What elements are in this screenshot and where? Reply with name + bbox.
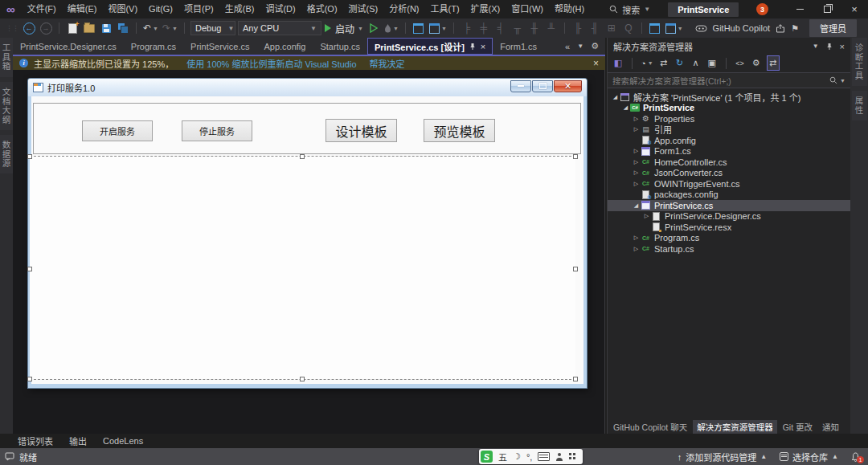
scroll-tabs-icon[interactable]: « [565,42,570,51]
menu-item[interactable]: 文件(F) [22,0,62,18]
tree-item[interactable]: PrintService.resx [608,222,850,233]
properties-pages-icon[interactable]: ▣ [706,56,718,70]
resize-handle[interactable] [300,154,305,159]
close-panel-icon[interactable]: × [840,42,845,51]
expander-icon[interactable] [632,159,641,165]
expander-icon[interactable] [632,126,641,133]
navigate-forward-icon[interactable]: → [39,21,53,35]
tree-item[interactable]: Program.cs [608,233,850,244]
properties-wrench-icon[interactable]: ⚙ [751,56,762,70]
notifications-bell-button[interactable]: 1 [851,452,860,462]
search-box[interactable]: 搜索 ▼ [609,3,650,16]
menu-item[interactable]: 测试(S) [343,0,384,18]
bring-to-front-icon[interactable] [648,21,662,35]
copilot-icon[interactable] [695,23,707,33]
solution-platforms-dropdown[interactable]: Any CPU▼ [238,21,321,35]
document-tab[interactable]: App.config × [256,38,313,55]
save-icon[interactable] [99,21,113,35]
forms-designer-canvas[interactable]: 打印服务1.0 ✕ 开启服务停止服务设计模板预览模板 [13,70,605,434]
expander-icon[interactable] [632,148,641,154]
menu-item[interactable]: 窗口(W) [506,0,549,18]
form-button[interactable]: 停止服务 [182,120,252,141]
designed-form[interactable]: 打印服务1.0 ✕ 开启服务停止服务设计模板预览模板 [28,79,587,388]
view-code-icon[interactable]: <> [735,56,746,70]
start-without-debugging-icon[interactable] [366,21,381,35]
feedback-flag-icon[interactable]: ⚑ [791,23,799,34]
document-tab[interactable]: PrintService.cs [设计] × [367,38,493,55]
share-icon[interactable] [776,24,785,33]
panel-tab[interactable]: 输出 [63,433,93,449]
select-repository-button[interactable]: 选择仓库 ▲ [780,451,838,463]
document-tab[interactable]: PrintService.Designer.cs × [13,38,124,55]
menu-item[interactable]: 分析(N) [383,0,424,18]
resize-handle[interactable] [27,267,32,271]
expander-icon[interactable] [621,104,630,111]
tree-item[interactable]: PrintService.cs [608,200,850,211]
close-tab-icon[interactable]: × [481,42,485,51]
new-project-icon[interactable] [65,21,80,35]
send-to-back-icon[interactable]: ▼ [665,21,684,35]
ime-profile-icon[interactable] [555,453,563,461]
tool-window-tab[interactable]: 通知 [818,420,843,434]
open-file-icon[interactable] [82,21,96,35]
tree-item[interactable]: 引用 [608,124,850,136]
refresh-icon[interactable]: ↻ [674,56,686,70]
sync-icon[interactable]: ⇄ [658,56,669,70]
expander-icon[interactable] [632,235,641,241]
ime-keyboard-icon[interactable] [538,452,550,461]
form-button[interactable]: 设计模板 [326,119,397,142]
menu-item[interactable]: Git(G) [143,0,178,18]
menu-item[interactable]: 生成(B) [219,0,260,18]
add-to-source-control-button[interactable]: ↑ 添加到源代码管理 ▲ [678,451,767,463]
document-tab[interactable]: PrintService.cs × [183,38,256,55]
resize-handle[interactable] [573,154,578,159]
resize-handle[interactable] [27,154,32,159]
tool-window-tab[interactable]: 文档大纲 [0,82,14,130]
switch-views-icon[interactable]: ◧ [612,56,624,70]
tool-window-tab[interactable]: GitHub Copilot 聊天 [609,420,691,434]
infobar-close-icon[interactable]: × [593,58,599,69]
selected-control[interactable] [30,156,575,380]
menu-item[interactable]: 工具(T) [425,0,465,18]
expander-icon[interactable] [632,116,641,122]
tree-item[interactable]: PrintService [608,103,850,114]
resize-handle[interactable] [573,377,578,381]
panel-tab[interactable]: 错误列表 [11,433,59,449]
form-client-area[interactable]: 开启服务停止服务设计模板预览模板 [31,96,583,384]
tool-window-tab[interactable]: 数据源 [0,135,14,174]
pin-icon[interactable] [826,43,833,51]
hot-reload-icon[interactable]: ▼ [383,21,399,35]
ime-toolbox-icon[interactable] [569,453,576,460]
tree-item[interactable]: JsonConverter.cs [608,168,850,179]
resize-handle[interactable] [573,267,578,271]
window-position-chevron-icon[interactable]: ▼ [813,43,819,50]
sync-with-active-document-icon[interactable]: ⇄ [767,55,780,71]
expander-icon[interactable] [632,181,641,187]
expander-icon[interactable] [642,213,651,219]
expander-icon[interactable] [611,94,620,100]
expander-icon[interactable] [632,169,641,176]
document-tab[interactable]: Program.cs × [124,38,183,55]
command-window-icon[interactable]: ▼ [428,21,448,35]
close-button[interactable]: × [841,0,868,18]
tool-window-tab[interactable]: 工具箱 [0,38,14,77]
feedback-icon[interactable] [5,452,14,461]
save-all-icon[interactable] [116,21,130,35]
solution-search-input[interactable]: 搜索解决方案资源管理器(Ctrl+;) ▼ [608,72,850,88]
menu-item[interactable]: 扩展(X) [465,0,506,18]
minimize-button[interactable] [786,0,813,18]
undo-icon[interactable]: ↶▼ [142,21,159,35]
navigate-back-icon[interactable]: ← [22,21,36,35]
tree-item[interactable]: HomeController.cs [608,157,850,168]
pending-changes-filter-icon[interactable]: ◔▼ [641,56,653,70]
menu-item[interactable]: 编辑(E) [62,0,103,18]
tree-item[interactable]: 解决方案 'PrintService' (1 个项目，共 1 个) [608,92,850,103]
form-title-bar[interactable]: 打印服务1.0 ✕ [28,79,587,96]
document-tab[interactable]: Form1.cs × [493,38,544,55]
tool-window-tab[interactable]: 诊断工具 [852,38,867,86]
tab-list-chevron-icon[interactable]: ▼ [577,43,583,50]
ime-fullhalf-moon-icon[interactable]: ☽ [513,451,521,462]
tab-settings-gear-icon[interactable]: ⚙ [591,41,599,51]
form-button[interactable]: 开启服务 [82,120,153,141]
panel-tab[interactable]: CodeLens [96,434,149,447]
